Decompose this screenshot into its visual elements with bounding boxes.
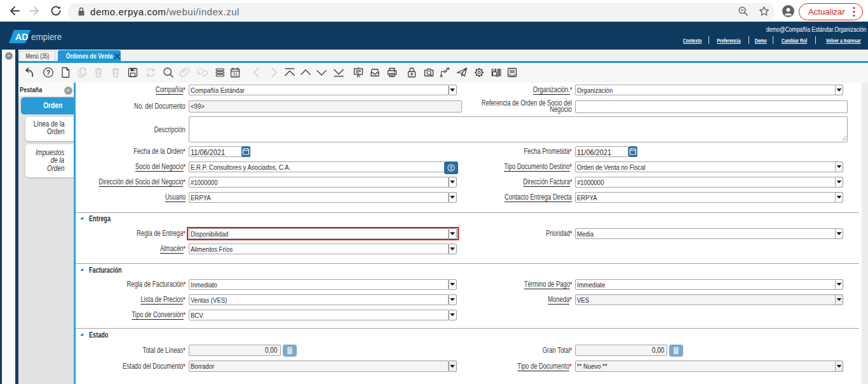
svg-text:?: ? (46, 69, 50, 76)
svg-text:31: 31 (233, 71, 238, 77)
